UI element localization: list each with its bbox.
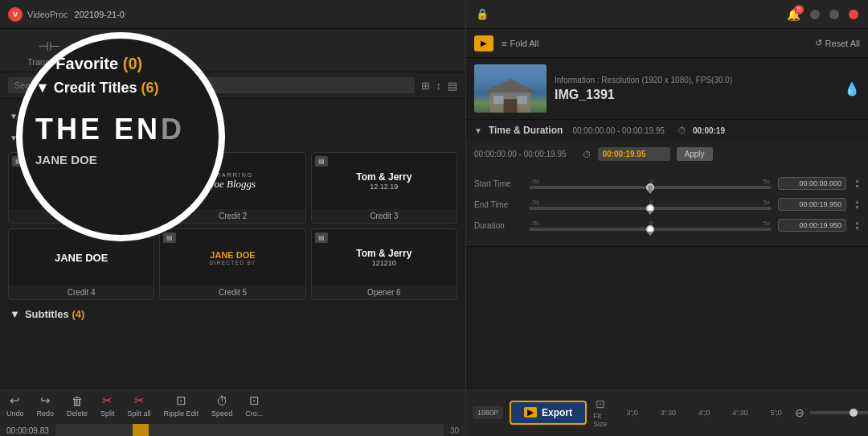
circle-favorite-label: ▼ Favorite (0) xyxy=(35,55,206,73)
redo-icon: ↪ xyxy=(40,393,51,408)
duration-value-input[interactable] xyxy=(778,219,846,232)
split-all-label: Split all xyxy=(128,409,151,417)
close-button[interactable] xyxy=(849,10,858,19)
end-time-arrow xyxy=(647,211,653,215)
start-time-spinner[interactable]: ▲ ▼ xyxy=(854,178,860,189)
crop-label: Cro... xyxy=(245,409,263,417)
grid-view-icon[interactable]: ⊞ xyxy=(421,80,430,92)
fold-all-button[interactable]: ≡ Fold All xyxy=(502,39,539,48)
delete-label: Delete xyxy=(67,409,88,417)
video-meta: Information : Resolution (1920 x 1080), … xyxy=(555,76,836,84)
fold-all-label: Fold All xyxy=(510,39,538,48)
apply-button[interactable]: Apply xyxy=(677,147,713,161)
slider-section: Start Time -5s 0 5s ▲ ▼ xyxy=(466,174,868,246)
video-name: IMG_1391 xyxy=(555,88,836,102)
duration-slider-container: -5s 0 5s xyxy=(529,220,772,231)
time-duration-chevron-icon: ▼ xyxy=(474,126,482,135)
notification-badge: 5 xyxy=(794,5,804,14)
ripple-edit-icon: ⊡ xyxy=(176,393,186,408)
fit-size-icon: ⊡ xyxy=(596,397,605,410)
sort-icon[interactable]: ↕ xyxy=(436,80,442,92)
maximize-button[interactable] xyxy=(829,10,839,19)
export-button[interactable]: ▶ Export xyxy=(510,401,587,425)
duration-slider[interactable] xyxy=(529,228,772,231)
timeline-mark-4: 5';0 xyxy=(771,409,782,417)
circle-credit-label: ▼ Credit Titles (6) xyxy=(35,80,206,97)
time-duration-header[interactable]: ▼ Time & Duration 00:00:00.00 - 00:00:19… xyxy=(466,120,868,141)
minimize-button[interactable] xyxy=(810,10,820,19)
delete-button[interactable]: 🗑 Delete xyxy=(67,394,88,417)
play-button[interactable]: ▶ xyxy=(474,35,493,51)
split-icon: ✂ xyxy=(102,393,113,408)
top-bar: V VideoProc 202109-21-0 xyxy=(0,0,465,29)
fit-size-button[interactable]: ⊡ Fit Size xyxy=(593,397,608,428)
undo-button[interactable]: ↩ Undo xyxy=(6,393,24,417)
spin-up-icon[interactable]: ▲ xyxy=(854,178,860,183)
credit-item-6[interactable]: ▤ Tom & Jerry 121210 Opener 6 xyxy=(311,228,457,300)
split-all-button[interactable]: ✂ Split all xyxy=(128,393,151,417)
time-range-display: 00:00:00.00 - 00:00:19.95 xyxy=(474,150,567,158)
export-icon: ▶ xyxy=(524,407,537,417)
resolution-badge[interactable]: 1080P xyxy=(473,406,503,419)
time-duration-label: Time & Duration xyxy=(489,125,563,136)
speed-button[interactable]: ⏱ Speed xyxy=(211,394,232,417)
end-spin-up-icon[interactable]: ▲ xyxy=(854,199,860,204)
reset-icon: ↺ xyxy=(815,38,822,48)
start-time-thumb[interactable] xyxy=(646,183,654,191)
zoom-slider[interactable] xyxy=(809,411,868,414)
bottom-toolbar: ↩ Undo ↪ Redo 🗑 Delete ✂ Split ✂ Split a… xyxy=(0,388,465,436)
timeline-mark-1: 3':30 xyxy=(661,409,676,417)
dur-spin-up-icon[interactable]: ▲ xyxy=(854,220,860,225)
credit-label-5: Credit 5 xyxy=(160,286,305,299)
notification-bell[interactable]: 🔔 5 xyxy=(787,8,800,21)
duration-value: 00:00:19 xyxy=(693,126,725,135)
credit-card-icon-3: ▤ xyxy=(315,156,328,167)
filter-icon[interactable]: ▤ xyxy=(448,80,457,92)
color-dropper-icon[interactable]: 💧 xyxy=(844,81,860,97)
end-time-input[interactable] xyxy=(778,198,846,211)
spin-down-icon[interactable]: ▼ xyxy=(854,183,860,189)
duration-input[interactable] xyxy=(598,147,670,161)
start-time-slider[interactable] xyxy=(529,186,772,189)
svg-rect-3 xyxy=(493,96,504,104)
start-time-arrow xyxy=(647,190,653,194)
chevron-down-icon: ▼ xyxy=(10,112,18,121)
reset-all-button[interactable]: ↺ Reset All xyxy=(815,38,860,48)
ripple-edit-label: Ripple Edit xyxy=(164,409,199,417)
left-panel: V VideoProc 202109-21-0 ⊣⊢ Transitions T… xyxy=(0,0,466,436)
end-time-thumb[interactable] xyxy=(646,204,654,212)
zoom-thumb xyxy=(850,409,858,417)
right-top-left: 🔒 xyxy=(476,8,489,20)
toolbar-row: ↩ Undo ↪ Redo 🗑 Delete ✂ Split ✂ Split a… xyxy=(0,389,465,422)
timeline-bar[interactable] xyxy=(55,424,444,436)
duration-arrow xyxy=(647,232,653,236)
thumb-house-image xyxy=(474,64,547,113)
end-time-slider-container: -5s 0 5s xyxy=(529,199,772,210)
split-button[interactable]: ✂ Split xyxy=(100,393,115,417)
svg-rect-4 xyxy=(517,96,527,104)
start-time-label: Start Time xyxy=(474,179,522,188)
ripple-edit-button[interactable]: ⊡ Ripple Edit xyxy=(164,393,199,417)
lock-icon: 🔒 xyxy=(476,8,489,20)
credit-item-5[interactable]: ▤ JANE DOE DIRECTED BY Credit 5 xyxy=(159,228,305,300)
circle-the-end-text: THE END xyxy=(35,113,206,146)
crop-icon: ⊡ xyxy=(249,393,260,408)
duration-spinner[interactable]: ▲ ▼ xyxy=(854,220,860,231)
duration-thumb[interactable] xyxy=(646,225,654,233)
end-time-slider[interactable] xyxy=(529,207,772,210)
redo-button[interactable]: ↪ Redo xyxy=(37,393,55,417)
dur-spin-down-icon[interactable]: ▼ xyxy=(854,225,860,231)
clock-icon: ⏱ xyxy=(678,125,686,135)
zoom-minus-icon[interactable]: ⊖ xyxy=(795,406,805,419)
start-time-input[interactable] xyxy=(778,177,846,190)
end-time-spinner[interactable]: ▲ ▼ xyxy=(854,199,860,210)
section-subtitles[interactable]: ▼ Subtitles (4) xyxy=(6,303,459,325)
app-icon: V xyxy=(8,7,23,22)
credit-card-icon-6: ▤ xyxy=(315,232,328,243)
right-top-bar: 🔒 🔔 5 xyxy=(466,0,868,29)
credit-item-3[interactable]: ▤ Tom & Jerry 12.12.19 Credit 3 xyxy=(311,152,457,224)
end-spin-down-icon[interactable]: ▼ xyxy=(854,204,860,210)
video-thumbnail xyxy=(474,64,547,113)
time-range-row: 00:00:00.00 - 00:00:19.95 ⏱ Apply xyxy=(474,147,860,161)
crop-button[interactable]: ⊡ Cro... xyxy=(245,393,263,417)
